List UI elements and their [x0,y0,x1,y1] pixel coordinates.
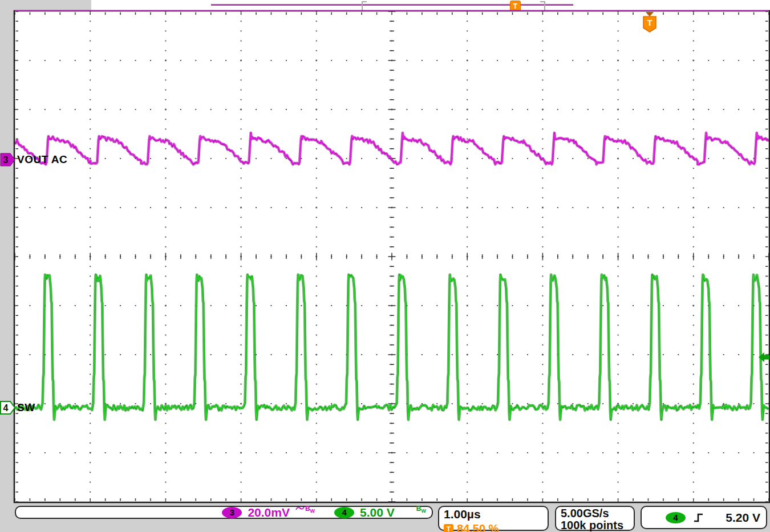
rising-edge-icon [694,513,704,523]
channel4-badge-number: 4 [3,403,9,413]
vertical-scale-readout-box[interactable]: 3 20.0mV BW 4 5.00 V BW [15,506,433,519]
channel3-badge[interactable]: 3 [222,507,242,518]
trigger-readout-box[interactable]: 4 5.20 V [641,506,767,529]
acquisition-readout-box[interactable]: 5.00GS/s 100k points [555,506,635,531]
channel3-modifiers: BW [295,505,315,514]
trigger-marker-letter: T [647,18,652,27]
oscilloscope-screen: T T 3 VOUT AC 4 SW 3 20.0mV BW 4 5.00 V [0,0,770,532]
record-length-value: 100k points [561,519,634,531]
horizontal-readout-box[interactable]: 1.00µs T 84.50 % [438,506,549,531]
channel4-bandwidth-icon: BW [416,505,426,514]
channel4-position-badge[interactable]: 4 [0,401,15,415]
channel3-label: VOUT AC [17,153,67,166]
graticule-and-traces [0,0,770,505]
timebase-value: 1.00µs [444,507,548,521]
channel3-scale: 20.0mV [248,506,290,519]
trigger-source-badge[interactable]: 4 [666,512,686,523]
sample-rate-value: 5.00GS/s [561,507,634,519]
channel4-scale: 5.00 V [360,506,395,519]
channel4-badge[interactable]: 4 [334,507,354,518]
trigger-point-marker[interactable]: T [643,11,656,33]
channel4-label: SW [17,401,35,414]
trigger-level-arrow-icon[interactable] [759,352,769,362]
trigger-position-icon: T [444,524,453,532]
channel3-position-badge[interactable]: 3 [0,153,15,166]
trigger-position-value: 84.50 % [457,522,499,532]
trigger-level-value: 5.20 V [726,511,766,525]
channel3-badge-number: 3 [3,155,9,165]
ac-coupling-icon [295,505,305,511]
channel3-bandwidth-icon: BW [305,505,315,514]
trigger-marker-arrow-icon [646,12,654,17]
